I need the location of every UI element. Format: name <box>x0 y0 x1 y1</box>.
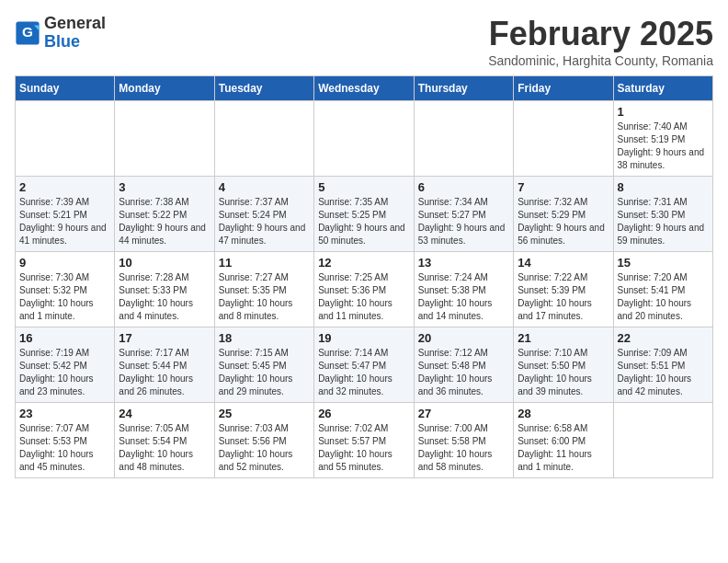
day-info: Sunrise: 7:25 AM Sunset: 5:36 PM Dayligh… <box>318 271 410 323</box>
column-header-thursday: Thursday <box>414 76 513 101</box>
day-info: Sunrise: 7:35 AM Sunset: 5:25 PM Dayligh… <box>318 196 410 247</box>
day-info: Sunrise: 7:02 AM Sunset: 5:57 PM Dayligh… <box>318 422 410 474</box>
week-row-3: 9Sunrise: 7:30 AM Sunset: 5:32 PM Daylig… <box>16 252 713 327</box>
day-cell: 6Sunrise: 7:34 AM Sunset: 5:27 PM Daylig… <box>414 177 513 252</box>
column-header-wednesday: Wednesday <box>314 76 415 101</box>
day-number: 19 <box>318 331 410 345</box>
day-cell <box>214 101 313 177</box>
day-info: Sunrise: 7:38 AM Sunset: 5:22 PM Dayligh… <box>119 196 210 247</box>
day-cell <box>115 101 214 177</box>
day-info: Sunrise: 7:31 AM Sunset: 5:30 PM Dayligh… <box>618 196 710 247</box>
logo-text: General Blue <box>44 15 106 52</box>
day-number: 8 <box>618 180 710 194</box>
day-number: 27 <box>418 407 509 420</box>
day-cell: 13Sunrise: 7:24 AM Sunset: 5:38 PM Dayli… <box>414 252 513 327</box>
logo: G General Blue <box>15 15 106 52</box>
day-info: Sunrise: 7:05 AM Sunset: 5:54 PM Dayligh… <box>119 422 210 474</box>
day-info: Sunrise: 7:14 AM Sunset: 5:47 PM Dayligh… <box>318 347 410 398</box>
day-info: Sunrise: 7:22 AM Sunset: 5:39 PM Dayligh… <box>518 271 609 323</box>
day-cell: 25Sunrise: 7:03 AM Sunset: 5:56 PM Dayli… <box>214 403 313 478</box>
logo-icon: G <box>15 20 40 46</box>
day-info: Sunrise: 7:28 AM Sunset: 5:33 PM Dayligh… <box>119 271 210 323</box>
day-number: 25 <box>219 407 310 420</box>
day-cell: 1Sunrise: 7:40 AM Sunset: 5:19 PM Daylig… <box>613 101 713 177</box>
day-info: Sunrise: 7:37 AM Sunset: 5:24 PM Dayligh… <box>219 196 310 247</box>
day-cell: 7Sunrise: 7:32 AM Sunset: 5:29 PM Daylig… <box>514 177 613 252</box>
day-info: Sunrise: 7:40 AM Sunset: 5:19 PM Dayligh… <box>618 121 710 172</box>
day-number: 22 <box>618 331 710 345</box>
column-header-monday: Monday <box>115 76 214 101</box>
day-number: 7 <box>518 180 609 194</box>
day-number: 26 <box>318 407 410 420</box>
day-number: 13 <box>418 256 509 270</box>
day-cell <box>613 403 713 478</box>
day-number: 28 <box>518 407 609 420</box>
day-info: Sunrise: 7:39 AM Sunset: 5:21 PM Dayligh… <box>19 196 110 247</box>
day-cell: 3Sunrise: 7:38 AM Sunset: 5:22 PM Daylig… <box>115 177 214 252</box>
day-cell: 5Sunrise: 7:35 AM Sunset: 5:25 PM Daylig… <box>314 177 415 252</box>
day-cell: 26Sunrise: 7:02 AM Sunset: 5:57 PM Dayli… <box>314 403 415 478</box>
day-number: 4 <box>219 180 310 194</box>
day-cell: 17Sunrise: 7:17 AM Sunset: 5:44 PM Dayli… <box>115 327 214 403</box>
day-number: 17 <box>119 331 210 345</box>
day-cell: 22Sunrise: 7:09 AM Sunset: 5:51 PM Dayli… <box>613 327 713 403</box>
day-info: Sunrise: 7:19 AM Sunset: 5:42 PM Dayligh… <box>19 347 110 398</box>
day-number: 5 <box>318 180 410 194</box>
day-number: 9 <box>19 256 110 270</box>
header: G General Blue February 2025 Sandominic,… <box>15 15 713 68</box>
day-cell <box>16 101 115 177</box>
day-cell: 24Sunrise: 7:05 AM Sunset: 5:54 PM Dayli… <box>115 403 214 478</box>
day-number: 11 <box>219 256 310 270</box>
day-cell: 15Sunrise: 7:20 AM Sunset: 5:41 PM Dayli… <box>613 252 713 327</box>
day-info: Sunrise: 7:34 AM Sunset: 5:27 PM Dayligh… <box>418 196 509 247</box>
column-header-sunday: Sunday <box>16 76 115 101</box>
day-cell: 12Sunrise: 7:25 AM Sunset: 5:36 PM Dayli… <box>314 252 415 327</box>
day-info: Sunrise: 7:32 AM Sunset: 5:29 PM Dayligh… <box>518 196 609 247</box>
day-info: Sunrise: 7:15 AM Sunset: 5:45 PM Dayligh… <box>219 347 310 398</box>
day-cell: 19Sunrise: 7:14 AM Sunset: 5:47 PM Dayli… <box>314 327 415 403</box>
day-info: Sunrise: 7:30 AM Sunset: 5:32 PM Dayligh… <box>19 271 110 323</box>
logo-blue: Blue <box>44 33 106 52</box>
day-cell: 4Sunrise: 7:37 AM Sunset: 5:24 PM Daylig… <box>214 177 313 252</box>
day-info: Sunrise: 7:09 AM Sunset: 5:51 PM Dayligh… <box>618 347 710 398</box>
week-row-1: 1Sunrise: 7:40 AM Sunset: 5:19 PM Daylig… <box>16 101 713 177</box>
day-cell <box>314 101 415 177</box>
column-header-saturday: Saturday <box>613 76 713 101</box>
day-info: Sunrise: 7:27 AM Sunset: 5:35 PM Dayligh… <box>219 271 310 323</box>
day-number: 10 <box>119 256 210 270</box>
day-number: 12 <box>318 256 410 270</box>
day-number: 15 <box>618 256 710 270</box>
day-cell: 9Sunrise: 7:30 AM Sunset: 5:32 PM Daylig… <box>16 252 115 327</box>
day-cell: 8Sunrise: 7:31 AM Sunset: 5:30 PM Daylig… <box>613 177 713 252</box>
week-row-2: 2Sunrise: 7:39 AM Sunset: 5:21 PM Daylig… <box>16 177 713 252</box>
week-row-5: 23Sunrise: 7:07 AM Sunset: 5:53 PM Dayli… <box>16 403 713 478</box>
calendar-table: SundayMondayTuesdayWednesdayThursdayFrid… <box>15 75 713 478</box>
day-cell: 14Sunrise: 7:22 AM Sunset: 5:39 PM Dayli… <box>514 252 613 327</box>
day-cell: 2Sunrise: 7:39 AM Sunset: 5:21 PM Daylig… <box>16 177 115 252</box>
logo-general: General <box>44 15 106 33</box>
title-area: February 2025 Sandominic, Harghita Count… <box>488 15 713 68</box>
column-header-friday: Friday <box>514 76 613 101</box>
calendar-title: February 2025 <box>488 15 713 53</box>
day-number: 16 <box>19 331 110 345</box>
day-cell <box>414 101 513 177</box>
header-row: SundayMondayTuesdayWednesdayThursdayFrid… <box>16 76 713 101</box>
day-info: Sunrise: 7:12 AM Sunset: 5:48 PM Dayligh… <box>418 347 509 398</box>
day-cell <box>514 101 613 177</box>
day-cell: 18Sunrise: 7:15 AM Sunset: 5:45 PM Dayli… <box>214 327 313 403</box>
day-number: 20 <box>418 331 509 345</box>
day-info: Sunrise: 6:58 AM Sunset: 6:00 PM Dayligh… <box>518 422 609 474</box>
day-info: Sunrise: 7:00 AM Sunset: 5:58 PM Dayligh… <box>418 422 509 474</box>
day-cell: 11Sunrise: 7:27 AM Sunset: 5:35 PM Dayli… <box>214 252 313 327</box>
day-info: Sunrise: 7:07 AM Sunset: 5:53 PM Dayligh… <box>19 422 110 474</box>
day-number: 1 <box>618 105 710 119</box>
day-number: 3 <box>119 180 210 194</box>
day-info: Sunrise: 7:24 AM Sunset: 5:38 PM Dayligh… <box>418 271 509 323</box>
calendar-subtitle: Sandominic, Harghita County, Romania <box>488 53 713 68</box>
day-info: Sunrise: 7:20 AM Sunset: 5:41 PM Dayligh… <box>618 271 710 323</box>
day-cell: 20Sunrise: 7:12 AM Sunset: 5:48 PM Dayli… <box>414 327 513 403</box>
day-number: 6 <box>418 180 509 194</box>
day-cell: 16Sunrise: 7:19 AM Sunset: 5:42 PM Dayli… <box>16 327 115 403</box>
svg-text:G: G <box>22 24 33 40</box>
day-cell: 27Sunrise: 7:00 AM Sunset: 5:58 PM Dayli… <box>414 403 513 478</box>
